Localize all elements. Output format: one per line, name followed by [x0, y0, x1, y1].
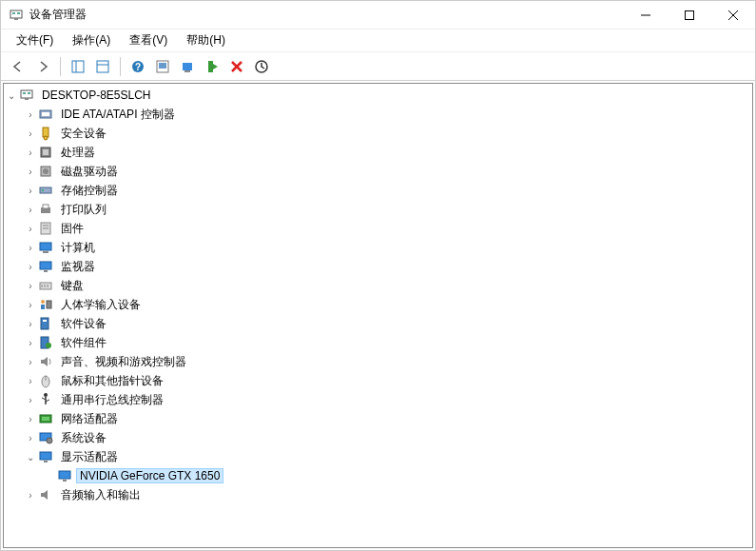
tree-node-computer[interactable]: ›计算机	[4, 238, 752, 257]
scan-changes-button[interactable]	[250, 55, 273, 78]
expand-icon[interactable]: ›	[23, 186, 38, 196]
tree-label: 处理器	[57, 144, 99, 162]
tree-node-cpu[interactable]: ›处理器	[4, 143, 752, 162]
expand-icon[interactable]: ›	[23, 319, 38, 329]
tree-node-printer[interactable]: ›打印队列	[4, 200, 752, 219]
tree-label: 声音、视频和游戏控制器	[57, 353, 190, 371]
expand-icon[interactable]: ›	[23, 148, 38, 158]
svg-rect-44	[44, 270, 48, 272]
tree-node-system[interactable]: ›系统设备	[4, 428, 752, 447]
tree-label: 磁盘驱动器	[57, 163, 122, 181]
keyboard-icon	[38, 278, 53, 293]
security-icon	[38, 126, 53, 141]
menu-view[interactable]: 查看(V)	[122, 30, 175, 50]
tree-node-display[interactable]: ⌄显示适配器	[4, 447, 752, 466]
collapse-icon[interactable]: ⌄	[23, 452, 38, 462]
svg-rect-22	[21, 90, 32, 98]
pc-icon	[19, 88, 34, 103]
tree-node-ide[interactable]: ›IDE ATA/ATAPI 控制器	[4, 105, 752, 124]
expand-icon[interactable]: ›	[23, 376, 38, 386]
expand-icon[interactable]: ›	[23, 395, 38, 405]
forward-button[interactable]	[31, 55, 54, 78]
tree-node-usb[interactable]: ›通用串行总线控制器	[4, 390, 752, 409]
expand-icon[interactable]: ›	[23, 109, 38, 120]
svg-rect-1	[12, 12, 15, 14]
tree-node-security[interactable]: ›安全设备	[4, 124, 752, 143]
tree-leaf-gpu[interactable]: NVIDIA GeForce GTX 1650	[4, 466, 752, 485]
svg-point-29	[44, 136, 48, 140]
tree-node-mouse[interactable]: ›鼠标和其他指针设备	[4, 371, 752, 390]
tree-label: 显示适配器	[57, 448, 122, 466]
expand-icon[interactable]: ›	[23, 243, 38, 253]
device-manager-window: 设备管理器 文件(F) 操作(A) 查看(V) 帮助(H) ? ⌄DESKTOP…	[0, 0, 756, 551]
scan-hardware-button[interactable]	[151, 55, 174, 78]
tree-label: 音频输入和输出	[57, 486, 145, 504]
tree-label: 软件设备	[57, 315, 110, 333]
system-icon	[38, 430, 53, 445]
tree-node-firmware[interactable]: ›固件	[4, 219, 752, 238]
svg-rect-69	[63, 480, 67, 482]
mouse-icon	[38, 373, 53, 388]
expand-icon[interactable]: ›	[23, 433, 38, 443]
tree-label: 打印队列	[57, 201, 110, 219]
expand-icon[interactable]: ›	[23, 205, 38, 215]
svg-point-33	[43, 168, 48, 174]
menu-action[interactable]: 操作(A)	[65, 30, 118, 50]
tree-node-component[interactable]: ›软件组件	[4, 333, 752, 352]
tree-node-software[interactable]: ›软件设备	[4, 314, 752, 333]
menu-help[interactable]: 帮助(H)	[179, 30, 233, 50]
minimize-button[interactable]	[624, 1, 668, 30]
printer-icon	[38, 202, 53, 217]
uninstall-device-button[interactable]	[225, 55, 248, 78]
update-driver-button[interactable]	[176, 55, 199, 78]
tree-node-sound[interactable]: ›声音、视频和游戏控制器	[4, 352, 752, 371]
enable-device-button[interactable]	[201, 55, 223, 78]
separator	[60, 57, 61, 76]
help-button[interactable]: ?	[126, 55, 149, 78]
expand-icon[interactable]: ›	[23, 224, 38, 234]
toolbar: ?	[1, 52, 755, 81]
tree-node-hid[interactable]: ›人体学输入设备	[4, 295, 752, 314]
svg-rect-63	[42, 417, 49, 421]
svg-point-55	[46, 343, 51, 348]
menu-file[interactable]: 文件(F)	[9, 30, 61, 50]
svg-rect-27	[42, 112, 49, 116]
svg-rect-34	[40, 187, 51, 193]
svg-point-35	[42, 189, 44, 191]
svg-rect-3	[14, 18, 18, 20]
expand-icon[interactable]: ›	[23, 262, 38, 272]
close-button[interactable]	[711, 1, 755, 30]
svg-rect-66	[40, 452, 51, 460]
component-icon	[38, 335, 53, 350]
svg-rect-18	[208, 61, 213, 72]
expand-icon[interactable]: ›	[23, 357, 38, 367]
show-hide-tree-button[interactable]	[67, 55, 89, 78]
expand-icon[interactable]: ›	[23, 281, 38, 291]
collapse-icon[interactable]: ⌄	[4, 90, 19, 101]
device-tree[interactable]: ⌄DESKTOP-8E5SLCH›IDE ATA/ATAPI 控制器›安全设备›…	[3, 83, 753, 548]
tree-node-keyboard[interactable]: ›键盘	[4, 276, 752, 295]
expand-icon[interactable]: ›	[23, 300, 38, 310]
ide-icon	[38, 107, 53, 122]
expand-icon[interactable]: ›	[23, 128, 38, 139]
tree-node-disk[interactable]: ›磁盘驱动器	[4, 162, 752, 181]
tree-label: 存储控制器	[57, 182, 122, 200]
tree-label: 固件	[57, 220, 87, 238]
tree-root[interactable]: ⌄DESKTOP-8E5SLCH	[4, 86, 752, 105]
tree-label: 安全设备	[57, 125, 110, 143]
expand-icon[interactable]: ›	[23, 167, 38, 177]
tree-node-audio[interactable]: ›音频输入和输出	[4, 485, 752, 504]
tree-node-monitor[interactable]: ›监视器	[4, 257, 752, 276]
firmware-icon	[38, 221, 53, 236]
properties-button[interactable]	[91, 55, 114, 78]
tree-label: 计算机	[57, 239, 99, 257]
expand-icon[interactable]: ›	[23, 414, 38, 424]
tree-node-storage[interactable]: ›存储控制器	[4, 181, 752, 200]
back-button[interactable]	[7, 55, 29, 78]
expand-icon[interactable]: ›	[23, 490, 38, 501]
tree-node-network[interactable]: ›网络适配器	[4, 409, 752, 428]
computer-icon	[38, 240, 53, 255]
expand-icon[interactable]: ›	[23, 338, 38, 348]
tree-label: 网络适配器	[57, 410, 122, 428]
maximize-button[interactable]	[668, 1, 711, 30]
